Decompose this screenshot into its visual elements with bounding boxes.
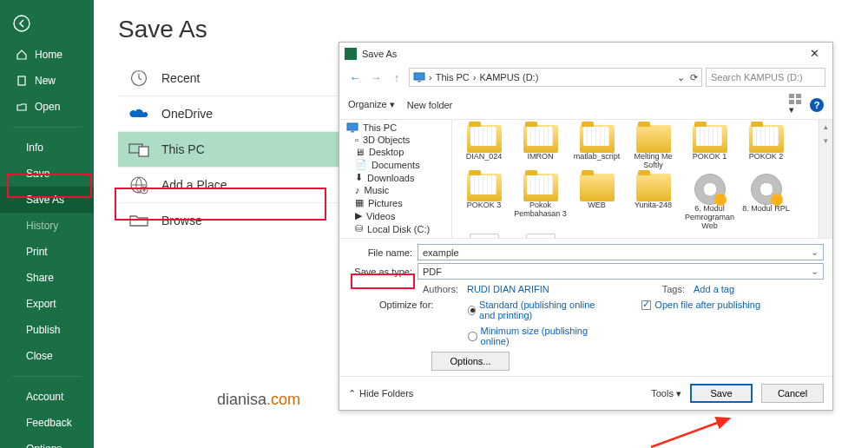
sidebar-feedback[interactable]: Feedback <box>0 410 94 436</box>
sidebar-print[interactable]: Print <box>0 239 94 265</box>
file-pane[interactable]: DIAN_024IMRONmatlab_scriptMelting Me Sof… <box>452 120 832 238</box>
checkbox-icon <box>641 300 651 310</box>
navpane-pictures[interactable]: ▦Pictures <box>339 196 451 209</box>
sidebar-info[interactable]: Info <box>0 135 94 161</box>
breadcrumb[interactable]: ›This PC›KAMPUS (D:) ⌄⟳ <box>409 68 702 87</box>
folder-icon <box>636 174 671 201</box>
new-folder-button[interactable]: New folder <box>407 100 453 110</box>
opt-standard-radio[interactable]: Standard (publishing online and printing… <box>468 300 607 320</box>
file-item[interactable]: Pokok Pembahasan 3 <box>512 174 569 231</box>
opt-minimum-radio[interactable]: Minimum size (publishing online) <box>468 326 607 346</box>
file-label: Pokok Pembahasan 3 <box>512 201 569 219</box>
sidebar-new[interactable]: New <box>0 68 94 94</box>
back-button[interactable] <box>12 14 94 33</box>
file-item[interactable]: Cara Merubah File PDF ke Excel <box>512 234 569 238</box>
add-place-icon <box>128 176 149 194</box>
folder-icon <box>636 125 671 153</box>
search-input[interactable]: Search KAMPUS (D:) <box>706 68 825 87</box>
target-this-pc[interactable]: This PC <box>118 132 344 168</box>
tags-value[interactable]: Add a tag <box>694 284 734 294</box>
chevron-up-icon: ⌃ <box>348 388 356 399</box>
file-item[interactable]: POKOK 1 <box>681 125 738 170</box>
file-item[interactable]: 6. Modul Pemrograman Web <box>681 174 738 231</box>
target-recent[interactable]: Recent <box>118 61 344 96</box>
file-item[interactable]: 8. Modul RPL <box>738 174 794 231</box>
hide-folders-button[interactable]: ⌃Hide Folders <box>348 388 413 399</box>
save-button[interactable]: Save <box>690 384 753 403</box>
file-item[interactable]: matlab_script <box>569 125 625 170</box>
close-icon[interactable]: ✕ <box>801 47 827 60</box>
nav-forward-icon[interactable]: → <box>367 69 385 86</box>
authors-label: Authors: <box>423 284 458 294</box>
svg-rect-7 <box>414 73 424 80</box>
svg-rect-1 <box>18 76 25 85</box>
folder-icon <box>693 125 727 153</box>
radio-icon <box>468 332 477 341</box>
file-label: Yunita-248 <box>635 201 672 210</box>
file-name-label: File name: <box>348 247 418 258</box>
tools-menu[interactable]: Tools ▾ <box>651 388 681 399</box>
folder-icon <box>523 125 558 153</box>
file-item[interactable]: POKOK 3 <box>456 174 512 231</box>
help-icon[interactable]: ? <box>810 98 824 112</box>
file-item[interactable]: IMRON <box>512 125 569 170</box>
file-label: POKOK 1 <box>693 153 727 161</box>
sidebar-history[interactable]: History <box>0 213 94 239</box>
file-name-field[interactable]: example⌄ <box>418 244 824 260</box>
chevron-down-icon[interactable]: ⌄ <box>811 266 819 277</box>
sidebar-export[interactable]: Export <box>0 291 94 317</box>
refresh-icon[interactable]: ⟳ <box>690 72 698 83</box>
nav-up-icon[interactable]: ↑ <box>388 69 405 86</box>
navpane-desktop[interactable]: 🖥Desktop <box>339 146 451 158</box>
target-browse[interactable]: Browse <box>118 203 344 238</box>
file-label: 6. Modul Pemrograman Web <box>681 205 738 231</box>
clock-icon <box>128 69 149 87</box>
cancel-button[interactable]: Cancel <box>761 384 824 403</box>
target-onedrive[interactable]: OneDrive <box>118 96 344 132</box>
file-label: POKOK 3 <box>467 201 502 210</box>
navpane-this-pc[interactable]: This PC <box>339 122 451 134</box>
folder-icon <box>580 125 615 153</box>
open-after-checkbox[interactable]: Open file after publishing <box>641 300 760 310</box>
options-button[interactable]: Options... <box>431 352 510 371</box>
navpane-documents[interactable]: 📄Documents <box>339 158 451 171</box>
sidebar-save[interactable]: Save <box>0 161 94 187</box>
organize-menu[interactable]: Organize ▾ <box>348 99 395 110</box>
navpane-videos[interactable]: ▶Videos <box>339 209 451 222</box>
file-item[interactable]: Yunita-248 <box>625 174 681 231</box>
tags-label: Tags: <box>662 284 685 294</box>
file-item[interactable]: Melting Me Softly <box>625 125 681 170</box>
nav-back-icon[interactable]: ← <box>346 69 364 86</box>
file-item[interactable]: DIAN_024 <box>456 125 512 170</box>
sidebar-share[interactable]: Share <box>0 265 94 291</box>
navpane-music[interactable]: ♪Music <box>339 184 451 196</box>
sidebar-close[interactable]: Close <box>0 343 94 369</box>
scrollbar[interactable]: ▴▾ <box>819 120 832 238</box>
navpane-downloads[interactable]: ⬇Downloads <box>339 171 451 184</box>
chevron-down-icon[interactable]: ⌄ <box>677 72 685 83</box>
sidebar-account[interactable]: Account <box>0 384 94 410</box>
navpane-local-c[interactable]: ⛁Local Disk (C:) <box>339 222 451 235</box>
sidebar-publish[interactable]: Publish <box>0 317 94 343</box>
scroll-up-icon[interactable]: ▴ <box>819 120 832 134</box>
optimize-options: Optimize for: Standard (publishing onlin… <box>339 296 832 348</box>
target-add-place[interactable]: Add a Place <box>118 168 344 203</box>
sidebar-open[interactable]: Open <box>0 94 94 120</box>
file-item[interactable]: WEB <box>569 174 625 231</box>
browse-icon <box>128 212 149 229</box>
view-menu[interactable]: ▾ <box>789 94 803 115</box>
svg-rect-9 <box>789 94 794 98</box>
navpane-3d[interactable]: ▫3D Objects <box>339 134 451 146</box>
file-item[interactable]: 1610802001 22_VIANTI WIDYASARI <box>456 234 512 238</box>
authors-value[interactable]: RUDI DIAN ARIFIN <box>467 284 549 294</box>
sidebar-home[interactable]: Home <box>0 42 94 68</box>
address-bar: ← → ↑ ›This PC›KAMPUS (D:) ⌄⟳ Search KAM… <box>339 64 832 90</box>
save-as-dialog: Save As ✕ ← → ↑ ›This PC›KAMPUS (D:) ⌄⟳ … <box>339 42 833 411</box>
chevron-down-icon[interactable]: ⌄ <box>811 247 819 258</box>
save-type-field[interactable]: PDF⌄ <box>418 263 824 280</box>
sidebar-save-as[interactable]: Save As <box>0 187 94 213</box>
save-type-label: Save as type: <box>348 267 418 277</box>
scroll-down-icon[interactable]: ▾ <box>819 134 832 148</box>
sidebar-options[interactable]: Options <box>0 436 94 448</box>
file-item[interactable]: POKOK 2 <box>738 125 794 170</box>
